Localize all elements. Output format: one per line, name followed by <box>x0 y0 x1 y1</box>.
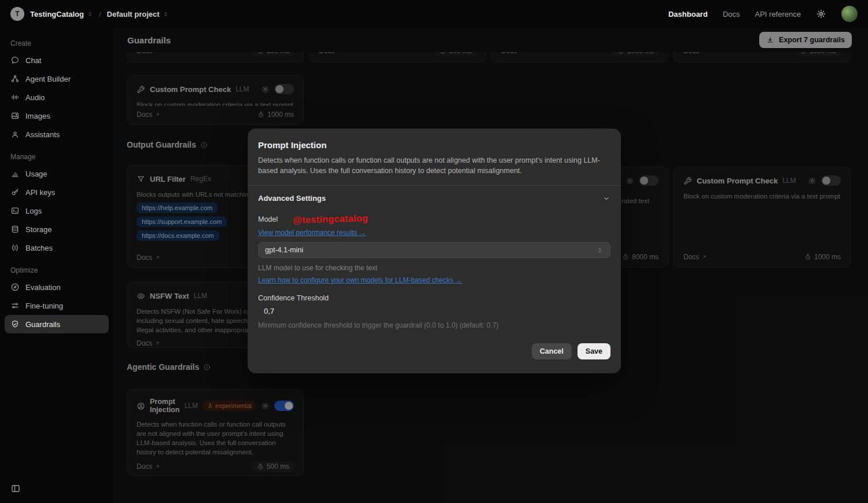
sidebar-item-fine-tuning[interactable]: Fine-tuning <box>5 296 109 315</box>
logs-icon <box>10 206 20 215</box>
sidebar-item-guardrails[interactable]: Guardrails <box>5 315 109 333</box>
assistants-icon <box>10 130 20 139</box>
sidebar-item-evaluation[interactable]: Evaluation <box>5 278 109 296</box>
threshold-help-text: Minimum confidence threshold to trigger … <box>258 321 610 329</box>
sidebar-item-label: Evaluation <box>25 283 61 292</box>
sidebar-item-label: Agent Builder <box>25 75 71 83</box>
fine-tuning-icon <box>10 301 20 310</box>
chat-icon <box>10 56 20 65</box>
confidence-threshold-label: Confidence Threshold <box>258 294 610 302</box>
sidebar-item-label: Storage <box>25 225 52 234</box>
batches-icon <box>10 243 20 252</box>
cancel-button[interactable]: Cancel <box>532 343 572 359</box>
sidebar-item-label: API keys <box>25 188 55 197</box>
top-bar: T TestingCatalog / Default project Dashb… <box>0 0 868 28</box>
user-avatar[interactable] <box>841 6 858 22</box>
nav-docs[interactable]: Docs <box>723 10 740 19</box>
model-field-label: Model @testingcatalog <box>258 214 610 225</box>
sidebar-item-label: Assistants <box>25 130 60 139</box>
sidebar-item-label: Usage <box>25 170 47 178</box>
model-performance-link[interactable]: View model performance results → <box>258 229 366 237</box>
org-switcher[interactable]: TestingCatalog <box>30 10 93 19</box>
sidebar-item-label: Chat <box>25 56 41 65</box>
model-select[interactable]: gpt-4.1-mini <box>258 242 610 258</box>
settings-gear-icon[interactable] <box>816 9 826 19</box>
nav-api-reference[interactable]: API reference <box>755 10 801 19</box>
chevron-updown-icon <box>87 11 93 17</box>
audio-icon <box>10 93 20 102</box>
sidebar-item-label: Images <box>25 112 50 120</box>
model-select-value: gpt-4.1-mini <box>265 246 303 254</box>
api-keys-icon <box>10 188 20 197</box>
watermark-annotation: @testingcatalog <box>293 213 368 225</box>
org-name: TestingCatalog <box>30 10 84 19</box>
sidebar-item-usage[interactable]: Usage <box>5 164 109 183</box>
project-name: Default project <box>107 10 160 19</box>
chevron-updown-icon <box>163 11 169 17</box>
sidebar-item-api-keys[interactable]: API keys <box>5 183 109 201</box>
sidebar-item-label: Guardrails <box>25 320 60 329</box>
chevron-updown-icon <box>596 247 604 254</box>
save-button[interactable]: Save <box>578 343 610 359</box>
advanced-settings-toggle[interactable]: Advanced Settings <box>258 194 610 203</box>
sidebar-item-label: Logs <box>25 207 42 215</box>
sidebar-item-assistants[interactable]: Assistants <box>5 125 109 144</box>
sidebar-collapse-icon[interactable] <box>10 483 21 494</box>
configure-models-link[interactable]: Learn how to configure your own models f… <box>258 276 462 284</box>
evaluation-icon <box>10 282 20 292</box>
sidebar-item-label: Batches <box>25 244 53 252</box>
model-help-text: LLM model to use for checking the text <box>258 264 610 272</box>
nav-dashboard[interactable]: Dashboard <box>668 10 708 19</box>
sidebar-item-logs[interactable]: Logs <box>5 201 109 220</box>
sidebar-section-create: Create <box>5 35 109 51</box>
guardrails-shield-icon <box>10 320 20 329</box>
sidebar-item-chat[interactable]: Chat <box>5 51 109 69</box>
storage-icon <box>10 225 20 234</box>
images-icon <box>10 111 20 120</box>
agent-builder-icon <box>10 74 20 83</box>
sidebar-item-storage[interactable]: Storage <box>5 220 109 238</box>
sidebar-item-label: Audio <box>25 93 45 102</box>
sidebar-section-optimize: Optimize <box>5 262 109 278</box>
confidence-threshold-input[interactable]: 0,7 <box>264 307 610 315</box>
usage-icon <box>10 169 20 178</box>
app-window: T TestingCatalog / Default project Dashb… <box>0 0 868 503</box>
sidebar-item-label: Fine-tuning <box>25 302 63 310</box>
chevron-down-icon <box>602 194 610 203</box>
sidebar-section-manage: Manage <box>5 148 109 164</box>
org-avatar[interactable]: T <box>10 7 24 21</box>
modal-description: Detects when function calls or function … <box>258 155 610 176</box>
sidebar: Create Chat Agent Builder Audio Images A… <box>0 28 113 503</box>
advanced-settings-label: Advanced Settings <box>258 194 326 203</box>
modal-title: Prompt Injection <box>258 140 610 150</box>
sidebar-item-batches[interactable]: Batches <box>5 238 109 257</box>
project-switcher[interactable]: Default project <box>107 10 169 19</box>
sidebar-item-agent-builder[interactable]: Agent Builder <box>5 69 109 88</box>
breadcrumb-separator: / <box>99 10 101 19</box>
sidebar-item-images[interactable]: Images <box>5 107 109 125</box>
sidebar-item-audio[interactable]: Audio <box>5 88 109 107</box>
prompt-injection-modal: Prompt Injection Detects when function c… <box>248 128 621 373</box>
